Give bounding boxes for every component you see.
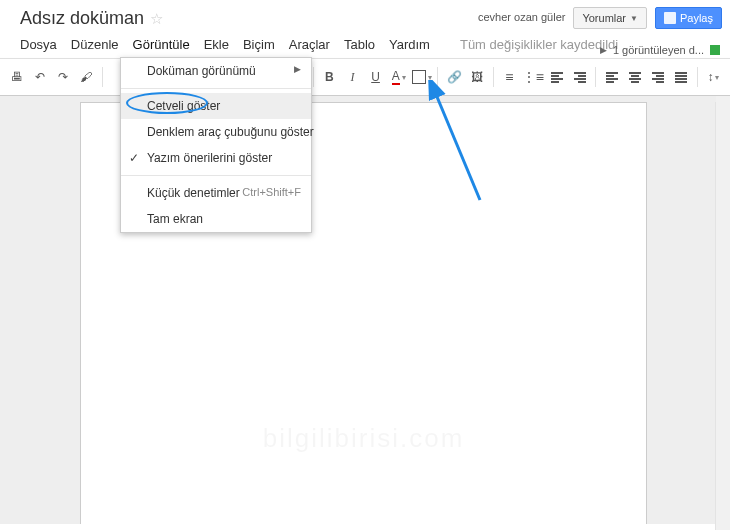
separator — [493, 67, 494, 87]
menu-view[interactable]: Görüntüle — [133, 37, 190, 52]
menu-item-show-equation-toolbar[interactable]: Denklem araç çubuğunu göster — [121, 119, 311, 145]
print-button[interactable]: 🖶 — [6, 66, 27, 88]
separator — [121, 88, 311, 89]
indent-button[interactable] — [569, 66, 590, 88]
underline-button[interactable]: U — [365, 66, 386, 88]
menu-format[interactable]: Biçim — [243, 37, 275, 52]
separator — [102, 67, 103, 87]
align-right-button[interactable] — [648, 66, 669, 88]
menu-edit[interactable]: Düzenle — [71, 37, 119, 52]
menu-item-label: Doküman görünümü — [147, 64, 256, 78]
chevron-down-icon: ▼ — [630, 14, 638, 23]
menu-item-label: Tam ekran — [147, 212, 203, 226]
menu-help[interactable]: Yardım — [389, 37, 430, 52]
menu-item-label: Denklem araç çubuğunu göster — [147, 125, 314, 139]
document-title[interactable]: Adsız doküman — [20, 8, 144, 29]
align-justify-button[interactable] — [671, 66, 692, 88]
outdent-button[interactable] — [546, 66, 567, 88]
menu-item-document-view[interactable]: Doküman görünümü ▶ — [121, 58, 311, 84]
share-icon — [664, 12, 676, 24]
menu-item-label: Yazım önerilerini göster — [147, 151, 272, 165]
toolbar: 🖶 ↶ ↷ 🖌 B I U A 🔗 🖼 ≡ ⋮≡ ↕ — [0, 58, 730, 96]
menu-tools[interactable]: Araçlar — [289, 37, 330, 52]
menu-file[interactable]: Dosya — [20, 37, 57, 52]
italic-button[interactable]: I — [342, 66, 363, 88]
menu-item-fullscreen[interactable]: Tam ekran — [121, 206, 311, 232]
line-spacing-button[interactable]: ↕ — [703, 66, 724, 88]
align-left-button[interactable] — [601, 66, 622, 88]
insert-image-button[interactable]: 🖼 — [467, 66, 488, 88]
menu-insert[interactable]: Ekle — [204, 37, 229, 52]
menu-item-label: Küçük denetimler — [147, 186, 240, 200]
bold-button[interactable]: B — [319, 66, 340, 88]
separator — [121, 175, 311, 176]
user-name-label: cevher ozan güler — [478, 11, 565, 23]
view-menu-dropdown: Doküman görünümü ▶ Cetveli göster Denkle… — [120, 57, 312, 233]
menu-item-show-ruler[interactable]: Cetveli göster — [121, 93, 311, 119]
vertical-scrollbar[interactable] — [715, 102, 730, 530]
watermark: bilgilibirisi.com — [81, 423, 646, 454]
separator — [595, 67, 596, 87]
viewers-label: 1 görüntüleyen d... — [613, 44, 704, 56]
separator — [697, 67, 698, 87]
highlight-color-button[interactable] — [411, 66, 432, 88]
bulleted-list-button[interactable]: ⋮≡ — [522, 66, 544, 88]
share-label: Paylaş — [680, 12, 713, 24]
share-button[interactable]: Paylaş — [655, 7, 722, 29]
comments-label: Yorumlar — [582, 12, 626, 24]
header: Adsız doküman ☆ cevher ozan güler Yoruml… — [0, 0, 730, 58]
menu-item-show-spelling[interactable]: ✓ Yazım önerilerini göster — [121, 145, 311, 171]
redo-button[interactable]: ↷ — [52, 66, 73, 88]
viewers-indicator[interactable]: ▶ 1 görüntüleyen d... — [600, 44, 720, 56]
text-color-button[interactable]: A — [388, 66, 409, 88]
check-icon: ✓ — [129, 151, 139, 165]
document-canvas[interactable]: bilgilibirisi.com — [0, 96, 730, 524]
shortcut-label: Ctrl+Shift+F — [242, 186, 301, 198]
triangle-right-icon: ▶ — [600, 45, 607, 55]
insert-link-button[interactable]: 🔗 — [443, 66, 464, 88]
chevron-right-icon: ▶ — [294, 64, 301, 74]
presence-icon — [710, 45, 720, 55]
save-status: Tüm değişiklikler kaydedildi — [460, 37, 618, 52]
menu-item-label: Cetveli göster — [147, 99, 220, 113]
align-center-button[interactable] — [624, 66, 645, 88]
comments-button[interactable]: Yorumlar ▼ — [573, 7, 647, 29]
star-icon[interactable]: ☆ — [150, 10, 163, 28]
separator — [313, 67, 314, 87]
top-right-controls: cevher ozan güler Yorumlar ▼ Paylaş — [478, 4, 722, 29]
menu-item-compact-controls[interactable]: Küçük denetimler Ctrl+Shift+F — [121, 180, 311, 206]
separator — [437, 67, 438, 87]
menu-table[interactable]: Tablo — [344, 37, 375, 52]
undo-button[interactable]: ↶ — [29, 66, 50, 88]
numbered-list-button[interactable]: ≡ — [499, 66, 520, 88]
paint-format-button[interactable]: 🖌 — [76, 66, 97, 88]
